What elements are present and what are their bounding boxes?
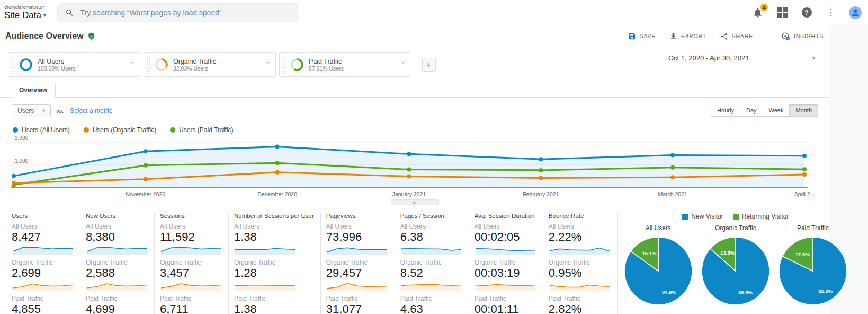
- help-button[interactable]: ?: [800, 6, 813, 19]
- property-selector[interactable]: dromoiaromatos.gr Site Data ▾: [4, 5, 50, 21]
- pie-title: Paid Traffic: [774, 224, 852, 232]
- scorecard-value: 4.63: [400, 302, 462, 314]
- date-range-selector[interactable]: Oct 1, 2020 - Apr 30, 2021 ▼: [666, 54, 818, 66]
- scorecard-segment-label: Paid Traffic: [234, 295, 314, 302]
- pie-chart-block: Organic Traffic86.5%13.5%: [697, 224, 774, 309]
- scorecard-title: Sessions: [160, 213, 222, 219]
- sparkline-chart: [475, 280, 536, 291]
- scorecard-segment-label: All Users: [86, 223, 148, 230]
- scorecard-row: Organic Traffic2,699: [12, 259, 74, 291]
- tab-bar: Overview: [0, 83, 829, 98]
- pie-slice-label: 82.2%: [818, 288, 833, 294]
- scorecard-value: 8.52: [400, 266, 462, 280]
- sparkline-chart: [475, 244, 536, 255]
- select-metric-link[interactable]: Select a metric: [70, 107, 112, 115]
- scorecard-segment-label: Organic Traffic: [400, 259, 462, 266]
- visitor-legend-item: New Visitor: [682, 213, 723, 220]
- scorecard: Avg. Session DurationAll Users00:02:05Or…: [473, 213, 543, 314]
- scorecard-segment-label: Organic Traffic: [86, 259, 148, 266]
- vs-label: vs.: [56, 108, 64, 114]
- scorecard: UsersAll Users8,427Organic Traffic2,699P…: [11, 213, 80, 314]
- sparkline-chart: [326, 280, 388, 291]
- granularity-week-button[interactable]: Week: [763, 104, 790, 117]
- scorecard-row: All Users8,380: [86, 223, 148, 255]
- scorecard-title: Avg. Session Duration: [475, 213, 536, 219]
- segment-name: Organic Traffic: [173, 58, 216, 65]
- scorecard-row: Organic Traffic8.52: [400, 259, 462, 291]
- scorecard-value: 00:02:05: [475, 230, 536, 243]
- legend-dot: [170, 127, 175, 133]
- segment-chip[interactable]: All Users100.00% Users⌄: [8, 52, 140, 77]
- scorecard-segment-label: Organic Traffic: [326, 259, 388, 266]
- legend-label: Returning Visitor: [742, 213, 789, 220]
- granularity-month-button[interactable]: Month: [789, 104, 818, 117]
- legend-swatch: [682, 214, 688, 220]
- drag-handle-icon[interactable]: [11, 56, 15, 74]
- scorecard-value: 1.38: [234, 302, 314, 314]
- search-bar[interactable]: [57, 3, 298, 22]
- pie-slice-label: 17.8%: [795, 251, 810, 257]
- scorecard-segment-label: Paid Traffic: [12, 295, 74, 302]
- chevron-down-icon: [412, 201, 417, 204]
- granularity-day-button[interactable]: Day: [740, 104, 763, 117]
- segment-chip[interactable]: Paid Traffic57.61% Users⌄: [279, 52, 411, 77]
- apps-button[interactable]: [776, 6, 789, 19]
- chevron-down-icon[interactable]: ⌄: [400, 56, 407, 66]
- segment-percent: 57.61% Users: [309, 65, 344, 72]
- scorecard-title: Bounce Rate: [549, 213, 611, 219]
- chevron-down-icon: ▾: [43, 12, 46, 18]
- legend-dot: [13, 127, 18, 133]
- scorecard: PageviewsAll Users73,996Organic Traffic2…: [325, 213, 395, 314]
- more-options-button[interactable]: ⋮: [825, 6, 837, 19]
- chevron-down-icon[interactable]: ⌄: [264, 56, 271, 66]
- granularity-hourly-button[interactable]: Hourly: [711, 104, 740, 117]
- scorecard-segment-label: All Users: [234, 223, 314, 230]
- sparkline-chart: [549, 280, 611, 291]
- scorecard-segment-label: Paid Traffic: [86, 295, 148, 302]
- drag-handle-icon[interactable]: [282, 56, 287, 74]
- chart-expander-button[interactable]: [391, 199, 439, 205]
- insights-button[interactable]: INSIGHTS: [781, 32, 824, 41]
- search-icon: [65, 8, 74, 18]
- scorecard-row: All Users8,427: [12, 223, 74, 255]
- search-input[interactable]: [80, 8, 290, 17]
- segment-name: Paid Traffic: [309, 58, 344, 65]
- chevron-down-icon[interactable]: ⌄: [129, 56, 136, 66]
- x-axis-label: February 2021: [523, 191, 559, 197]
- sparkline-chart: [234, 280, 296, 291]
- legend-dot: [84, 127, 89, 133]
- scorecard-value: 3,457: [160, 266, 222, 280]
- save-button[interactable]: SAVE: [628, 32, 656, 40]
- scorecard-value: 2,699: [12, 266, 74, 280]
- scorecard-row: All Users11,592: [160, 223, 222, 255]
- pie-chart: 86.5%13.5%: [700, 235, 771, 307]
- toolbar-divider: [767, 31, 767, 41]
- tab-overview[interactable]: Overview: [11, 83, 56, 98]
- user-avatar[interactable]: [849, 6, 862, 19]
- share-icon: [720, 32, 728, 40]
- notifications-button[interactable]: 1: [751, 6, 764, 19]
- scorecard-value: 2.22%: [549, 230, 611, 243]
- notification-badge: 1: [760, 4, 768, 11]
- scorecard-row: All Users2.22%: [549, 223, 611, 255]
- scorecard-segment-label: Paid Traffic: [549, 295, 611, 302]
- share-button[interactable]: SHARE: [720, 32, 753, 40]
- segment-chip[interactable]: Organic Traffic32.03% Users⌄: [144, 52, 276, 77]
- add-segment-button[interactable]: +: [422, 58, 436, 72]
- metric-selector[interactable]: Users ▼: [13, 104, 51, 117]
- drag-handle-icon[interactable]: [146, 56, 151, 74]
- scorecard-row: Paid Traffic4,855: [12, 295, 74, 314]
- pie-title: All Users: [620, 224, 697, 232]
- segment-percent: 32.03% Users: [173, 65, 216, 72]
- scorecard-title: Pageviews: [326, 213, 388, 219]
- scorecard-value: 29,457: [326, 266, 388, 280]
- scorecard-value: 0.95%: [549, 266, 611, 280]
- scorecard-value: 4,699: [86, 302, 148, 314]
- legend-label: Users (Paid Traffic): [179, 126, 233, 134]
- sparkline-chart: [549, 244, 611, 255]
- x-axis-labels: ...November 2020December 2020January 202…: [11, 190, 808, 198]
- export-button[interactable]: EXPORT: [669, 32, 706, 40]
- scorecard-title: New Users: [86, 213, 148, 219]
- sparkline-chart: [86, 280, 148, 291]
- scorecard-value: 00:01:11: [475, 302, 536, 314]
